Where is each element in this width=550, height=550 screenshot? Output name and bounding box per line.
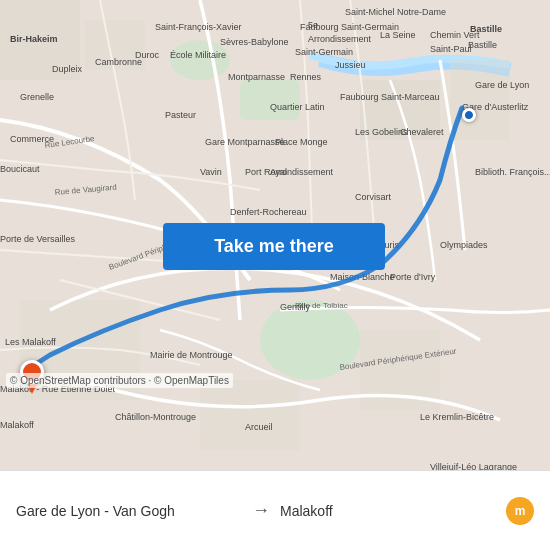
svg-text:Le Kremlin-Bicêtre: Le Kremlin-Bicêtre [420, 412, 494, 422]
map-attribution: © OpenStreetMap contributors · © OpenMap… [6, 373, 233, 388]
svg-rect-3 [240, 80, 300, 120]
svg-text:Saint-Paul: Saint-Paul [430, 44, 472, 54]
footer: Gare de Lyon - Van Gogh → Malakoff m [0, 470, 550, 550]
svg-text:Bastille: Bastille [468, 40, 497, 50]
moovit-logo: m [506, 497, 534, 525]
svg-text:La Seine: La Seine [380, 30, 416, 40]
svg-text:Chevaleret: Chevaleret [400, 127, 444, 137]
origin-marker [462, 108, 476, 122]
footer-arrow: → [252, 500, 270, 521]
svg-text:Olympiades: Olympiades [440, 240, 488, 250]
svg-text:Gentilly: Gentilly [280, 302, 311, 312]
svg-text:Bastille: Bastille [470, 24, 502, 34]
svg-text:Saint-Germain: Saint-Germain [295, 47, 353, 57]
svg-text:Biblioth. François...: Biblioth. François... [475, 167, 550, 177]
svg-text:Saint-Michel Notre-Dame: Saint-Michel Notre-Dame [345, 7, 446, 17]
svg-text:Jussieu: Jussieu [335, 60, 366, 70]
svg-text:Commerce: Commerce [10, 134, 54, 144]
svg-text:Place Monge: Place Monge [275, 137, 328, 147]
svg-text:Gare Montparnasse: Gare Montparnasse [205, 137, 285, 147]
svg-text:Gare de Lyon: Gare de Lyon [475, 80, 529, 90]
svg-text:Malakoff: Malakoff [0, 420, 34, 430]
svg-text:Saint-François-Xavier: Saint-François-Xavier [155, 22, 242, 32]
svg-rect-9 [200, 380, 300, 450]
svg-text:Arrondissement: Arrondissement [270, 167, 334, 177]
svg-rect-7 [450, 60, 510, 140]
svg-text:Corvisart: Corvisart [355, 192, 392, 202]
svg-text:Châtillon-Montrouge: Châtillon-Montrouge [115, 412, 196, 422]
svg-text:Porte d'Ivry: Porte d'Ivry [390, 272, 436, 282]
svg-text:Mairie de Montrouge: Mairie de Montrouge [150, 350, 233, 360]
footer-destination-label: Malakoff [280, 503, 506, 519]
footer-origin-label: Gare de Lyon - Van Gogh [16, 503, 242, 519]
svg-text:Denfert-Rochereau: Denfert-Rochereau [230, 207, 307, 217]
svg-text:École Militaire: École Militaire [170, 50, 226, 60]
svg-text:Duroc: Duroc [135, 50, 160, 60]
svg-text:Montparnasse: Montparnasse [228, 72, 285, 82]
take-me-there-button[interactable]: Take me there [163, 223, 385, 270]
svg-text:5e: 5e [308, 20, 318, 30]
svg-text:Pasteur: Pasteur [165, 110, 196, 120]
svg-text:Bir-Hakeim: Bir-Hakeim [10, 34, 58, 44]
moovit-icon: m [506, 497, 534, 525]
svg-text:Villejuif-Léo Lagrange: Villejuif-Léo Lagrange [430, 462, 517, 470]
svg-text:Quartier Latin: Quartier Latin [270, 102, 325, 112]
svg-text:Porte de Versailles: Porte de Versailles [0, 234, 76, 244]
map-container: Rue Lecourbe Rue de Vaugirard Boulevard … [0, 0, 550, 470]
svg-text:Faubourg Saint-Marceau: Faubourg Saint-Marceau [340, 92, 440, 102]
svg-text:Vavin: Vavin [200, 167, 222, 177]
svg-text:Arrondissement: Arrondissement [308, 34, 372, 44]
svg-text:Grenelle: Grenelle [20, 92, 54, 102]
svg-text:Boucicaut: Boucicaut [0, 164, 40, 174]
svg-text:m: m [515, 504, 526, 518]
svg-text:Rennes: Rennes [290, 72, 322, 82]
svg-text:Dupleix: Dupleix [52, 64, 83, 74]
svg-text:Arcueil: Arcueil [245, 422, 273, 432]
svg-text:Les Malakoff: Les Malakoff [5, 337, 56, 347]
svg-text:Sèvres-Babylone: Sèvres-Babylone [220, 37, 289, 47]
